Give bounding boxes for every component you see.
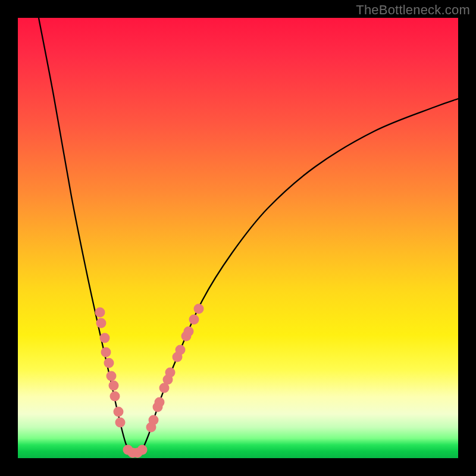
marker-dot: [107, 371, 117, 381]
marker-dot: [115, 418, 126, 428]
marker-dot: [137, 445, 148, 455]
plot-area: [18, 18, 458, 458]
marker-dot: [189, 315, 199, 325]
marker-cluster-bottom: [123, 445, 148, 458]
marker-dot: [95, 308, 105, 318]
marker-dot: [114, 407, 124, 417]
marker-dot: [176, 345, 186, 355]
marker-dot: [100, 333, 110, 343]
marker-dot: [96, 318, 107, 328]
chart-frame: TheBottleneck.com: [0, 0, 476, 476]
marker-dot: [155, 397, 165, 408]
v-curve-path: [39, 18, 458, 455]
marker-dot: [149, 415, 159, 425]
marker-dot: [104, 358, 114, 368]
marker-dot: [110, 392, 120, 402]
marker-dot: [194, 304, 204, 314]
v-curve-svg: [18, 18, 458, 458]
marker-cluster-left: [95, 308, 126, 428]
watermark-text: TheBottleneck.com: [356, 2, 470, 18]
marker-cluster-right: [146, 304, 204, 433]
marker-dot: [184, 327, 194, 337]
marker-dot: [101, 347, 111, 358]
marker-dot: [165, 368, 176, 378]
marker-dot: [109, 381, 119, 391]
